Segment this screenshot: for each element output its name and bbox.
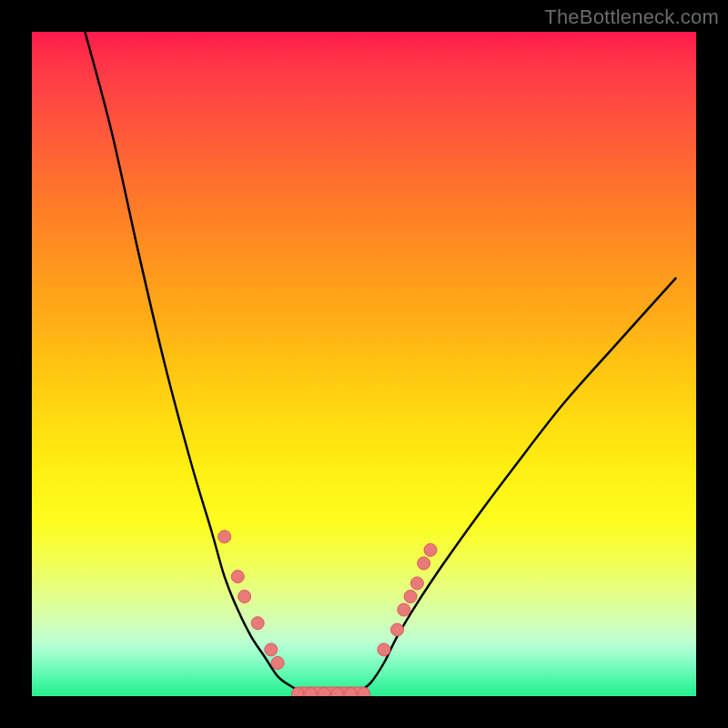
data-marker [378, 643, 390, 656]
plot-area [32, 32, 696, 696]
data-marker [345, 688, 357, 697]
chart-frame: TheBottleneck.com [0, 0, 728, 728]
watermark-text: TheBottleneck.com [544, 5, 719, 29]
curve-left-branch [85, 32, 304, 693]
data-marker [404, 591, 417, 603]
data-marker [271, 657, 284, 670]
data-marker [305, 688, 317, 697]
curve-layer [32, 32, 696, 696]
data-marker [292, 688, 304, 697]
data-marker [418, 557, 430, 570]
data-marker [391, 623, 404, 636]
data-marker [398, 603, 410, 616]
markers-valley-flat [292, 687, 370, 696]
data-marker [318, 688, 330, 697]
data-marker [231, 571, 244, 583]
curve-right-branch [358, 278, 676, 693]
data-marker [265, 643, 278, 656]
data-marker [251, 617, 264, 630]
markers-right-wall [378, 543, 437, 656]
data-marker [410, 577, 423, 590]
data-marker [218, 531, 231, 543]
markers-left-wall [218, 531, 284, 670]
data-marker [359, 688, 370, 697]
data-marker [238, 591, 251, 603]
data-marker [424, 543, 437, 556]
data-marker [331, 688, 343, 697]
